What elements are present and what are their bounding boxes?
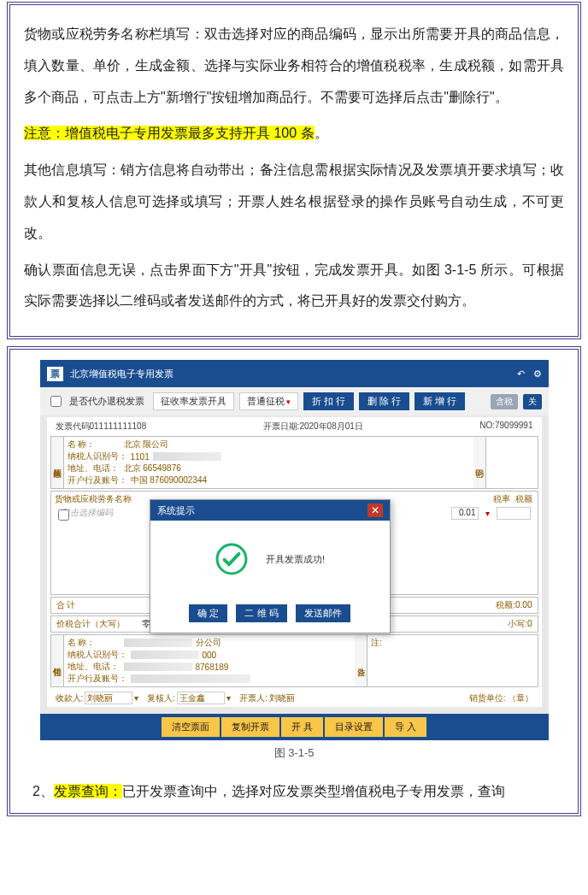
doc-text-box: 货物或应税劳务名称栏填写：双击选择对应的商品编码，显示出所需要开具的商品信息，填… [7, 2, 581, 339]
dialog-qrcode-button[interactable]: 二 维 码 [236, 604, 286, 622]
password-side-label: 密码 [473, 437, 486, 488]
add-row-button[interactable]: 新 增 行 [415, 392, 465, 410]
seller-taxid: 000 [203, 651, 217, 660]
invoice-code-label: 发票代码 [56, 421, 90, 431]
invoice-no-label: NO: [479, 421, 495, 430]
foot-paragraph: 2、发票查询：已开发票查询中，选择对应发票类型增值税电子专用发票，查询 [19, 769, 569, 808]
col-tax-amount: 税额 [515, 493, 532, 505]
system-prompt-dialog: 系统提示 ✕ 开具发票成功! 确 定 二 维 码 发送邮件 [150, 499, 391, 633]
invoice-header: 发票代码011111111108 开票日期:2020年08月01日 NO:790… [47, 417, 542, 436]
invoice-code: 011111111108 [90, 421, 147, 431]
discount-row-button[interactable]: 折 扣 行 [303, 392, 354, 410]
drawer-label: 开票人: [239, 692, 268, 704]
checker-input[interactable]: 王金鑫 [177, 692, 225, 704]
seller-addr-label: 地址、电话： [68, 661, 121, 673]
delete-row-button[interactable]: 删 除 行 [359, 392, 409, 410]
checker-label: 复核人: [147, 692, 175, 704]
buyer-taxid-label: 纳税人识别号： [68, 450, 127, 462]
buyer-taxid[interactable]: 1101 [131, 452, 150, 462]
action-bar: 清空票面 复制开票 开 具 目录设置 导 入 [40, 714, 549, 740]
back-icon[interactable]: ↶ [517, 368, 525, 379]
remark-side-label: 备注 [355, 635, 368, 686]
seller-addr: 8768189 [196, 662, 229, 672]
levy-tab[interactable]: 征收率发票开具 [153, 392, 234, 410]
rate-dropdown-icon[interactable]: ▾ [485, 509, 490, 518]
invoice-body: 发票代码011111111108 开票日期:2020年08月01日 NO:790… [47, 417, 542, 707]
row-checkbox[interactable] [58, 509, 69, 521]
buyer-addr-label: 地址、电话： [68, 462, 121, 474]
svg-point-0 [217, 545, 246, 574]
app-window: 票 北京增值税电子专用发票 ↶ ⚙ 是否代办退税发票 征收率发票开具 普通征税 … [40, 360, 549, 740]
settings-icon[interactable]: ⚙ [533, 368, 542, 379]
tax-amount-cell[interactable] [497, 507, 531, 520]
invoice-no: 79099991 [495, 421, 533, 430]
col-tax-rate: 税率 [493, 493, 510, 505]
success-check-icon [215, 542, 249, 576]
clear-invoice-button[interactable]: 清空票面 [162, 717, 220, 737]
buyer-bank-label: 开户行及账号： [68, 474, 127, 486]
payee-input[interactable]: 刘晓丽 [85, 692, 132, 704]
copy-invoice-button[interactable]: 复制开票 [221, 717, 279, 737]
toolbar: 是否代办退税发票 征收率发票开具 普通征税 折 扣 行 删 除 行 新 增 行 … [40, 387, 549, 415]
dialog-message: 开具发票成功! [266, 553, 325, 566]
buyer-bank[interactable]: 中国 876090002344 [131, 474, 208, 486]
seller-side-label: 销售位 [51, 635, 64, 686]
drawer-value: 刘晓丽 [269, 692, 295, 704]
seller-block: 销售位 名 称： 分公司 纳税人识别号： 000 地址、电话： 8768189 … [50, 634, 538, 687]
seller-name: 分公司 [196, 637, 221, 649]
title-bar: 票 北京增值税电子专用发票 ↶ ⚙ [40, 360, 549, 387]
total-lower-value: 小写:0 [473, 618, 532, 630]
issue-button[interactable]: 开 具 [281, 717, 323, 737]
buyer-addr[interactable]: 北京 66549876 [124, 462, 181, 474]
buyer-name-label: 名 称： [68, 439, 121, 450]
close-pill[interactable]: 关 [523, 394, 542, 409]
paragraph-4: 确认票面信息无误，点击界面下方"开具"按钮，完成发票开具。如图 3-1-5 所示… [24, 255, 564, 318]
normal-tax-dropdown[interactable]: 普通征税 [239, 392, 299, 410]
refund-checkbox[interactable] [50, 396, 62, 407]
personnel-row: 收款人: 刘晓丽 ▾ 复核人: 王金鑫 ▾ 开票人: 刘晓丽 销货单位: （章） [47, 689, 542, 707]
paragraph-2: 注意：增值税电子专用发票最多支持开具 100 条。 [24, 118, 564, 150]
dialog-send-mail-button[interactable]: 发送邮件 [296, 604, 350, 622]
app-logo: 票 [47, 367, 63, 381]
sum-label: 合 计 [56, 599, 142, 611]
seller-stamp-label: 销货单位: [469, 692, 506, 704]
paragraph-1: 货物或应税劳务名称栏填写：双击选择对应的商品编码，显示出所需要开具的商品信息，填… [24, 19, 564, 113]
payee-label: 收款人: [56, 692, 84, 704]
buyer-side-label: 购买单位 [51, 437, 64, 488]
seller-stamp-value: （章） [508, 692, 533, 704]
remark-note-label: 注: [371, 637, 382, 649]
buyer-name[interactable]: 北京 限公司 [124, 439, 169, 450]
refund-label: 是否代办退税发票 [69, 395, 144, 408]
dialog-close-button[interactable]: ✕ [368, 503, 383, 517]
invoice-date: 2020年08月01日 [299, 421, 363, 431]
dialog-title-text: 系统提示 [157, 504, 195, 517]
seller-name-label: 名 称： [68, 637, 121, 649]
highlight-query: 发票查询： [54, 784, 122, 798]
checker-dropdown-icon[interactable]: ▾ [226, 693, 231, 703]
figure-box: 票 北京增值税电子专用发票 ↶ ⚙ 是否代办退税发票 征收率发票开具 普通征税 … [7, 346, 581, 816]
catalog-settings-button[interactable]: 目录设置 [325, 717, 383, 737]
payee-dropdown-icon[interactable]: ▾ [134, 693, 138, 703]
window-controls: ↶ ⚙ [512, 368, 541, 380]
app-title: 北京增值税电子专用发票 [70, 368, 513, 380]
total-capital-label: 价税合计（大写） [56, 618, 142, 630]
seller-bank-label: 开户行及账号： [68, 673, 127, 685]
buyer-block: 购买单位 名 称：北京 限公司 纳税人识别号：1101 地址、电话：北京 665… [50, 436, 538, 489]
tax-included-toggle[interactable]: 含税 [491, 394, 518, 409]
import-button[interactable]: 导 入 [385, 717, 426, 737]
dialog-title-bar: 系统提示 ✕ [150, 500, 390, 521]
sum-tax: 税额:0.00 [464, 599, 532, 611]
highlight-note: 注意：增值税电子专用发票最多支持开具 100 条 [24, 126, 315, 140]
invoice-date-label: 开票日期: [263, 421, 300, 431]
paragraph-3: 其他信息填写：销方信息将自动带出；备注信息需根据实际情况及发票填开要求填写；收款… [24, 155, 564, 249]
seller-taxid-label: 纳税人识别号： [68, 649, 127, 661]
tax-rate-value[interactable]: 0.01 [451, 507, 479, 520]
figure-caption: 图 3-1-5 [19, 745, 569, 761]
dialog-ok-button[interactable]: 确 定 [189, 604, 227, 622]
